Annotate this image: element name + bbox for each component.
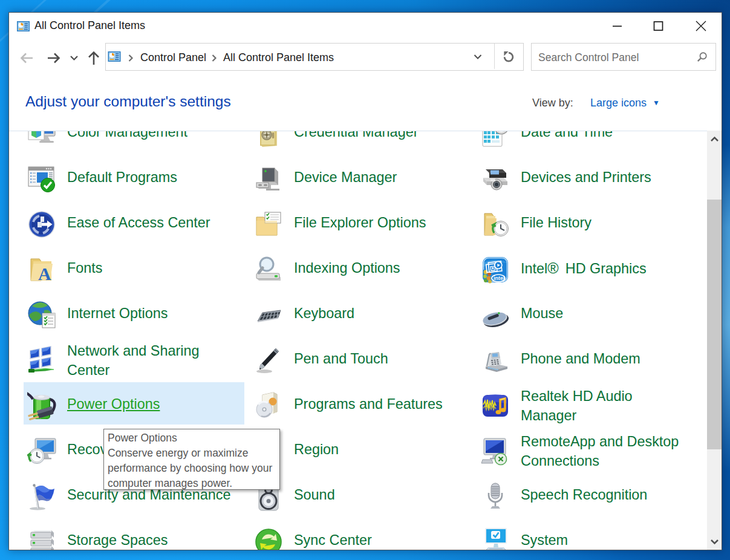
svg-text:intel: intel (494, 275, 505, 281)
svg-text:A: A (38, 264, 51, 284)
